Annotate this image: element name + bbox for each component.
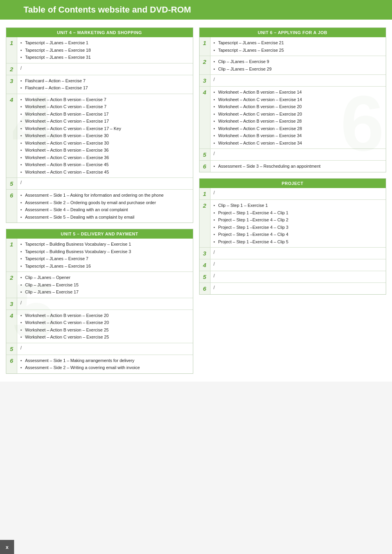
list-item: Worksheet – Action B version – Exercise … bbox=[20, 312, 190, 319]
slash: / bbox=[20, 343, 22, 353]
unit5-row5-content: / bbox=[17, 343, 193, 355]
project-block: PROJECT 1 / 2 Clip – Step 1 – Exercise 1… bbox=[199, 178, 387, 295]
slash: / bbox=[214, 148, 215, 159]
page-title: Table of Contents website and DVD-ROM bbox=[24, 5, 384, 15]
unit5-row3-num: 3 bbox=[6, 298, 17, 310]
list-item: Worksheet – Action C version – Exercise … bbox=[20, 319, 190, 326]
unit6-row5-num: 5 bbox=[200, 149, 211, 160]
unit4-row-1: 1 Tapescript – JLanes – Exercise 1 Tapes… bbox=[6, 37, 193, 63]
project-row4-num: 4 bbox=[200, 259, 211, 271]
list-item: Worksheet – Action B version – Exercise … bbox=[20, 147, 190, 154]
unit5-row3-content: / bbox=[17, 298, 193, 310]
unit5-row-6: 6 Assessment – Side 1 – Making arrangeme… bbox=[6, 355, 193, 373]
list-item: Clip – JLanes – Exercise 15 bbox=[20, 281, 190, 289]
project-row3-num: 3 bbox=[200, 248, 211, 259]
project-row-1: 1 / bbox=[200, 188, 386, 200]
list-item: Clip – JLanes – Exercise 29 bbox=[214, 65, 383, 73]
unit5-row6-content: Assessment – Side 1 – Making arrangement… bbox=[17, 355, 193, 373]
slash: / bbox=[214, 74, 215, 85]
list-item: Worksheet – Action B version – Exercise … bbox=[20, 132, 190, 139]
list-item: Clip – JLanes – Opener bbox=[20, 274, 190, 281]
list-item: Assessment – Side 5 – Dealing with a com… bbox=[20, 214, 190, 221]
list-item: Worksheet – Action B version – Exercise … bbox=[20, 110, 190, 118]
unit5-row4-num: 4 bbox=[6, 310, 17, 343]
unit5-row-4: 4 Worksheet – Action B version – Exercis… bbox=[6, 310, 193, 343]
unit4-row-5: 5 / bbox=[6, 178, 193, 190]
list-item: Project – Step 1 –Exercise 4 – Clip 4 bbox=[214, 231, 383, 238]
unit6-row4-num: 4 bbox=[200, 87, 211, 148]
project-row6-content: / bbox=[211, 283, 386, 294]
unit5-row1-content: Tapescript – Building Business Vocabular… bbox=[17, 239, 193, 272]
unit6-block: UNIT 6 – APPLYING FOR A JOB 1 Tapescript… bbox=[199, 27, 387, 172]
right-column: UNIT 6 – APPLYING FOR A JOB 1 Tapescript… bbox=[199, 27, 387, 374]
unit4-row4-num: 4 bbox=[6, 94, 17, 178]
project-row-5: 5 / bbox=[200, 271, 386, 283]
project-row-3: 3 / bbox=[200, 248, 386, 259]
list-item: Tapescript – JLanes – Exercise 21 bbox=[214, 39, 383, 47]
list-item: Flashcard – Action – Exercise 7 bbox=[20, 77, 190, 85]
unit4-row4-content: Worksheet – Action B version – Exercise … bbox=[17, 94, 193, 178]
unit4-row3-content: Flashcard – Action – Exercise 7 Flashcar… bbox=[17, 75, 193, 94]
list-item: Tapescript – Building Business Vocabular… bbox=[20, 241, 190, 248]
slash: / bbox=[214, 259, 215, 269]
list-item: Project – Step 1 –Exercise 4 – Clip 1 bbox=[214, 209, 383, 217]
unit6-row4-content: Worksheet – Action B version – Exercise … bbox=[211, 87, 386, 148]
slash: / bbox=[20, 63, 22, 73]
project-row1-num: 1 bbox=[200, 188, 211, 199]
unit5-row-3: 3 / bbox=[6, 298, 193, 310]
list-item: Clip – JLanes – Exercise 17 bbox=[20, 288, 190, 296]
unit4-header: UNIT 4 – MARKETING AND SHOPPING bbox=[6, 28, 193, 37]
list-item: Tapescript – Building Business Vocabular… bbox=[20, 248, 190, 255]
list-item: Tapescript – JLanes – Exercise 18 bbox=[20, 47, 190, 54]
project-row-4: 4 / bbox=[200, 259, 386, 271]
list-item: Worksheet – Action C version – Exercise … bbox=[20, 333, 190, 341]
list-item: Worksheet – Action B version – Exercise … bbox=[214, 132, 383, 139]
unit5-row2-num: 2 bbox=[6, 272, 17, 298]
list-item: Project – Step 1 –Exercise 4 – Clip 3 bbox=[214, 224, 383, 231]
unit6-row5-content: / bbox=[211, 149, 386, 160]
project-row4-content: / bbox=[211, 259, 386, 271]
unit6-row6-content: Assessment – Side 3 – Rescheduling an ap… bbox=[211, 161, 386, 172]
unit4-row2-num: 2 bbox=[6, 63, 17, 75]
unit5-row6-num: 6 bbox=[6, 355, 17, 373]
unit4-row5-num: 5 bbox=[6, 178, 17, 189]
list-item: Tapescript – JLanes – Exercise 1 bbox=[20, 39, 190, 47]
project-header: PROJECT bbox=[200, 179, 386, 188]
list-item: Tapescript – JLanes – Exercise 16 bbox=[20, 263, 190, 270]
slash: / bbox=[214, 247, 215, 257]
list-item: Assessment – Side 2 – Writing a covering… bbox=[20, 364, 190, 371]
list-item: Clip – Step 1 – Exercise 1 bbox=[214, 202, 383, 209]
unit6-row3-content: / bbox=[211, 75, 386, 86]
list-item: Worksheet – Action C version – Exercise … bbox=[20, 125, 190, 132]
list-item: Tapescript – JLanes – Exercise 7 bbox=[20, 255, 190, 263]
page-number-bg: x bbox=[0, 540, 14, 554]
list-item: Worksheet – Action C version – Exercise … bbox=[214, 125, 383, 132]
list-item: Clip – JLanes – Exercise 9 bbox=[214, 58, 383, 65]
list-item: Worksheet – Action B version – Exercise … bbox=[214, 118, 383, 125]
unit4-row-2: 2 / bbox=[6, 63, 193, 75]
unit4-row5-content: / bbox=[17, 178, 193, 189]
unit5-row4-content: Worksheet – Action B version – Exercise … bbox=[17, 310, 193, 343]
unit5-row2-content: Clip – JLanes – Opener Clip – JLanes – E… bbox=[17, 272, 193, 298]
list-item: Worksheet – Action C version – Exercise … bbox=[214, 139, 383, 147]
unit4-row-6: 6 Assessment – Side 1 – Asking for infor… bbox=[6, 190, 193, 223]
unit4-row1-content: Tapescript – JLanes – Exercise 1 Tapescr… bbox=[17, 37, 193, 63]
unit6-row-5: 5 / bbox=[200, 149, 386, 161]
project-row6-num: 6 bbox=[200, 283, 211, 294]
project-row5-content: / bbox=[211, 271, 386, 282]
list-item: Flashcard – Action – Exercise 17 bbox=[20, 84, 190, 92]
unit4-row6-content: Assessment – Side 1 – Asking for informa… bbox=[17, 190, 193, 223]
list-item: Worksheet – Action C version – Exercise … bbox=[20, 154, 190, 161]
list-item: Worksheet – Action C version – Exercise … bbox=[214, 110, 383, 118]
list-item: Project – Step 1 –Exercise 4 – Clip 2 bbox=[214, 216, 383, 224]
list-item: Assessment – Side 2 – Ordering goods by … bbox=[20, 199, 190, 206]
unit6-row6-num: 6 bbox=[200, 161, 211, 172]
unit4-row2-content: / bbox=[17, 63, 193, 75]
list-item: Tapescript – JLanes – Exercise 25 bbox=[214, 47, 383, 54]
unit6-row-3: 3 / bbox=[200, 75, 386, 87]
list-item: Worksheet – Action C version – Exercise … bbox=[20, 139, 190, 147]
unit6-row2-content: Clip – JLanes – Exercise 9 Clip – JLanes… bbox=[211, 56, 386, 74]
unit6-row-4: 4 Worksheet – Action B version – Exercis… bbox=[200, 87, 386, 149]
unit4-row6-num: 6 bbox=[6, 190, 17, 223]
unit4-row-4: 4 Worksheet – Action B version – Exercis… bbox=[6, 94, 193, 178]
